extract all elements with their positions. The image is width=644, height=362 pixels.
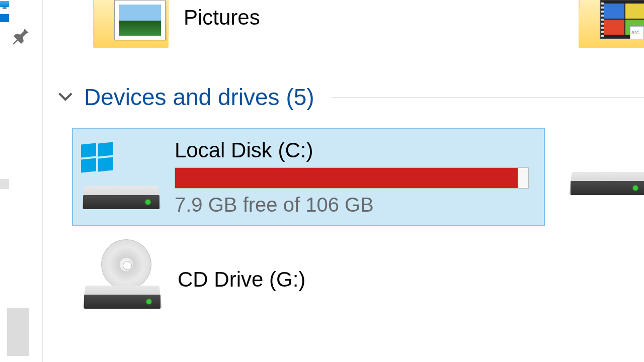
storage-bar-fill: [175, 168, 518, 188]
drive-free-text: 7.9 GB free of 106 GB: [175, 194, 544, 216]
pin-icon: [11, 26, 31, 48]
folder-icon: [93, 0, 169, 50]
folder-pictures[interactable]: Pictures: [93, 0, 260, 50]
chevron-down-icon: [55, 85, 76, 109]
quick-access-highlight[interactable]: [0, 14, 9, 22]
drive-name: Local Disk (C:): [175, 138, 544, 162]
drive-name: CD Drive (G:): [178, 267, 305, 292]
drive-cd-g[interactable]: CD Drive (G:): [82, 239, 305, 320]
storage-bar: [175, 167, 529, 189]
windows-logo-icon: [81, 144, 113, 174]
section-title: Devices and drives (5): [84, 83, 314, 111]
nav-item-stub[interactable]: [7, 308, 29, 356]
disc-icon: [101, 239, 151, 290]
drive-local-disk-c[interactable]: Local Disk (C:) 7.9 GB free of 106 GB: [72, 128, 545, 226]
divider: [332, 97, 644, 98]
cd-drive-icon: [82, 239, 163, 320]
folder-label: Pictures: [184, 6, 260, 30]
section-header-devices[interactable]: Devices and drives (5): [55, 83, 644, 111]
nav-sidebar-sliver: [0, 0, 43, 362]
drive-icon: [81, 137, 162, 217]
drive-icon: [569, 161, 644, 216]
drive-secondary[interactable]: [569, 161, 644, 216]
folder-icon: [579, 0, 644, 50]
search-input-fragment[interactable]: arc: [630, 26, 644, 39]
drive-info: Local Disk (C:) 7.9 GB free of 106 GB: [175, 138, 544, 216]
content-area: Pictures arc Devices and drives (5) Loca…: [43, 0, 644, 362]
nav-item-stub[interactable]: [0, 179, 9, 189]
monitor-icon: [0, 1, 9, 7]
